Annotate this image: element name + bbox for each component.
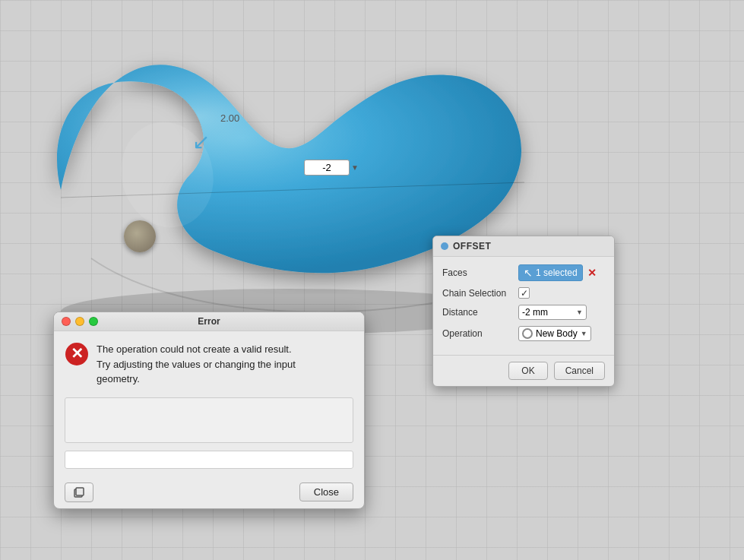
- operation-icon: [522, 328, 533, 339]
- error-dialog-titlebar: Error: [54, 312, 364, 331]
- cancel-button[interactable]: Cancel: [554, 362, 605, 380]
- offset-panel: OFFSET Faces ↖ 1 selected ✕ Chain Select…: [432, 236, 615, 387]
- offset-chain-value: ✓: [518, 287, 605, 299]
- error-icon: ✕: [65, 342, 89, 366]
- canvas-arrow-cursor: ↙: [192, 129, 210, 154]
- error-dialog-body: ✕ The operation could not create a valid…: [54, 331, 364, 397]
- cursor-icon: ↖: [524, 267, 533, 279]
- copy-icon: [73, 486, 85, 498]
- offset-distance-label: Distance: [442, 307, 518, 318]
- error-message: The operation could not create a valid r…: [97, 342, 296, 387]
- canvas-input-container[interactable]: ▼: [304, 160, 359, 176]
- distance-dropdown[interactable]: -2 mm ▼: [518, 305, 587, 320]
- offset-chain-selection-row: Chain Selection ✓: [442, 287, 605, 299]
- error-input-row[interactable]: [65, 451, 353, 469]
- offset-panel-title: OFFSET: [453, 241, 491, 252]
- offset-panel-body: Faces ↖ 1 selected ✕ Chain Selection ✓ D…: [433, 257, 614, 355]
- copy-button[interactable]: [65, 482, 93, 502]
- canvas-input-dropdown-arrow[interactable]: ▼: [351, 163, 359, 172]
- offset-operation-label: Operation: [442, 328, 518, 339]
- operation-dropdown[interactable]: New Body ▼: [518, 326, 591, 341]
- window-maximize-button[interactable]: [89, 317, 98, 326]
- chain-selection-checkbox[interactable]: ✓: [518, 287, 530, 299]
- faces-selector[interactable]: ↖ 1 selected: [518, 264, 583, 281]
- offset-panel-dot: [441, 242, 448, 250]
- offset-chain-label: Chain Selection: [442, 288, 518, 299]
- operation-dropdown-arrow: ▼: [581, 330, 587, 337]
- ok-button[interactable]: OK: [508, 362, 547, 380]
- operation-value-text: New Body: [536, 328, 578, 339]
- close-button[interactable]: Close: [299, 482, 353, 501]
- offset-panel-titlebar: OFFSET: [433, 236, 614, 257]
- offset-panel-buttons: OK Cancel: [433, 355, 614, 386]
- offset-faces-label: Faces: [442, 267, 518, 278]
- offset-distance-value: -2 mm ▼: [518, 305, 605, 320]
- window-controls: [62, 317, 98, 326]
- offset-operation-value: New Body ▼: [518, 326, 605, 341]
- svg-rect-6: [76, 488, 84, 495]
- distance-dropdown-arrow: ▼: [576, 308, 583, 316]
- error-dialog-footer: Close: [54, 476, 364, 508]
- error-dialog: Error ✕ The operation could not create a…: [53, 312, 365, 509]
- faces-clear-button[interactable]: ✕: [587, 267, 597, 279]
- svg-text:✕: ✕: [71, 345, 84, 362]
- blob-surface-marker: [124, 220, 156, 252]
- error-dialog-title: Error: [198, 316, 220, 327]
- window-minimize-button[interactable]: [75, 317, 84, 326]
- faces-selected-text: 1 selected: [536, 267, 578, 278]
- offset-faces-value: ↖ 1 selected ✕: [518, 264, 605, 281]
- offset-distance-row: Distance -2 mm ▼: [442, 305, 605, 320]
- error-detail-textarea[interactable]: [65, 397, 353, 443]
- offset-faces-row: Faces ↖ 1 selected ✕: [442, 264, 605, 281]
- canvas-value-input[interactable]: [304, 160, 350, 176]
- distance-value-text: -2 mm: [522, 307, 548, 318]
- canvas-value-label: 2.00: [220, 112, 239, 124]
- window-close-button[interactable]: [62, 317, 71, 326]
- offset-operation-row: Operation New Body ▼: [442, 326, 605, 341]
